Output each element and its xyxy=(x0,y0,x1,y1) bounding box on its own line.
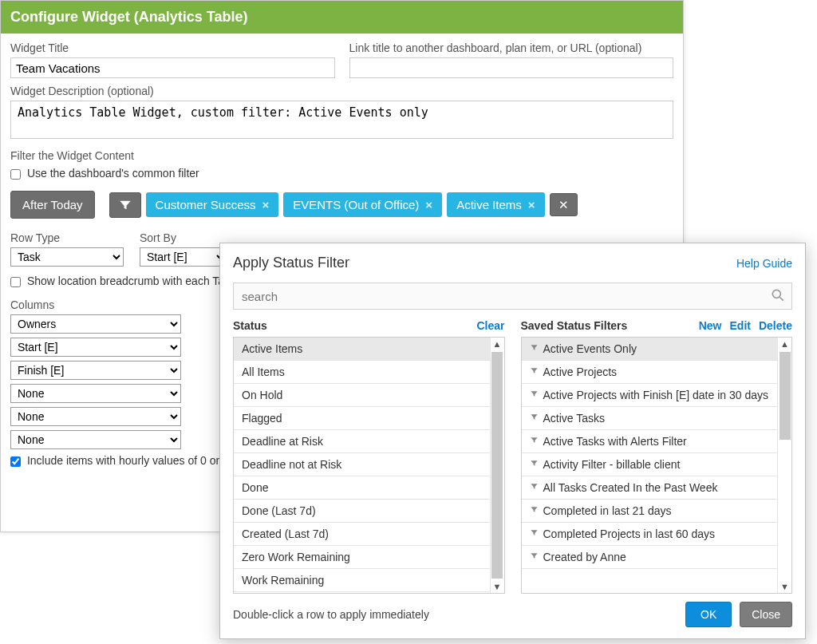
breadcrumb-label: Show location breadcrumb with each Tas xyxy=(27,275,230,287)
scroll-down-icon[interactable]: ▼ xyxy=(493,580,502,593)
scroll-down-icon[interactable]: ▼ xyxy=(780,580,789,593)
saved-filters-header: Saved Status Filters xyxy=(521,319,628,332)
scroll-up-icon[interactable]: ▲ xyxy=(493,338,502,350)
breadcrumb-checkbox[interactable] xyxy=(10,277,21,287)
column-select[interactable]: None xyxy=(10,430,181,449)
funnel-icon xyxy=(530,343,539,354)
description-textarea[interactable] xyxy=(10,101,673,139)
status-item[interactable]: Done (Last 7d) xyxy=(234,500,490,523)
saved-filter-item[interactable]: Active Events Only xyxy=(522,338,778,361)
modal-hint: Double-click a row to apply immediately xyxy=(233,608,429,621)
status-item[interactable]: Has Dependencies xyxy=(234,592,490,593)
search-input[interactable] xyxy=(233,282,792,310)
saved-filter-item[interactable]: Active Tasks with Alerts Filter xyxy=(522,430,778,453)
svg-line-1 xyxy=(780,298,783,301)
saved-filter-label: Active Tasks xyxy=(543,412,606,425)
remove-chip-button[interactable]: ✕ xyxy=(550,193,578,216)
status-item[interactable]: Work Remaining xyxy=(234,569,490,592)
filter-chip[interactable]: Customer Success× xyxy=(146,192,279,217)
funnel-icon xyxy=(118,198,132,212)
panel-title: Configure Widget (Analytics Table) xyxy=(1,1,683,34)
column-select[interactable]: None xyxy=(10,384,181,403)
svg-point-0 xyxy=(772,290,780,298)
apply-status-filter-modal: Apply Status Filter Help Guide Status Cl… xyxy=(219,243,806,639)
search-icon[interactable] xyxy=(770,287,786,306)
link-title-label: Link title to another dashboard, plan it… xyxy=(349,41,674,54)
funnel-icon xyxy=(530,482,539,493)
funnel-icon xyxy=(530,389,539,401)
status-item[interactable]: Deadline at Risk xyxy=(234,430,490,453)
status-scrollbar[interactable]: ▲ ▼ xyxy=(490,338,504,593)
funnel-icon xyxy=(530,366,539,377)
saved-filter-label: Active Tasks with Alerts Filter xyxy=(543,435,687,448)
saved-filter-item[interactable]: Active Tasks xyxy=(522,407,778,430)
saved-filter-label: Completed Projects in last 60 days xyxy=(543,527,716,540)
ok-button[interactable]: OK xyxy=(685,602,732,627)
status-item[interactable]: Done xyxy=(234,476,490,500)
chip-label: Customer Success xyxy=(156,198,256,211)
clear-link[interactable]: Clear xyxy=(476,319,504,332)
funnel-icon xyxy=(530,436,539,447)
column-select[interactable]: Start [E] xyxy=(10,338,181,357)
column-select[interactable]: None xyxy=(10,407,181,426)
new-link[interactable]: New xyxy=(699,319,722,332)
description-label: Widget Description (optional) xyxy=(10,85,673,97)
scroll-thumb[interactable] xyxy=(491,352,503,579)
filter-chip[interactable]: Active Items× xyxy=(447,192,544,217)
row-type-label: Row Type xyxy=(10,231,124,244)
modal-title: Apply Status Filter xyxy=(233,255,349,271)
column-select[interactable]: Finish [E] xyxy=(10,361,181,380)
chip-remove-icon[interactable]: × xyxy=(262,198,269,211)
widget-title-label: Widget Title xyxy=(10,41,335,54)
funnel-icon xyxy=(530,505,539,516)
status-item[interactable]: Active Items xyxy=(234,338,490,361)
saved-filter-item[interactable]: Created by Anne xyxy=(522,546,778,569)
saved-filter-item[interactable]: Activity Filter - billable client xyxy=(522,453,778,476)
chip-remove-icon[interactable]: × xyxy=(425,198,432,211)
sort-by-label: Sort By xyxy=(140,231,227,244)
status-listbox: Active ItemsAll ItemsOn HoldFlaggedDeadl… xyxy=(233,337,505,594)
saved-scrollbar[interactable]: ▲ ▼ xyxy=(777,338,791,593)
saved-filter-label: Created by Anne xyxy=(543,551,626,563)
saved-filter-label: Active Events Only xyxy=(543,342,637,355)
include-hourly-label: Include items with hourly values of 0 or… xyxy=(27,454,229,467)
saved-filter-item[interactable]: Completed in last 21 days xyxy=(522,500,778,523)
status-item[interactable]: Flagged xyxy=(234,407,490,430)
help-guide-link[interactable]: Help Guide xyxy=(736,257,792,270)
filter-chip[interactable]: EVENTS (Out of Office)× xyxy=(283,192,442,217)
column-select[interactable]: Owners xyxy=(10,314,181,334)
status-item[interactable]: Deadline not at Risk xyxy=(234,453,490,476)
status-item[interactable]: All Items xyxy=(234,361,490,384)
saved-filter-item[interactable]: Completed Projects in last 60 days xyxy=(522,523,778,546)
chip-remove-icon[interactable]: × xyxy=(528,198,535,211)
filter-chips: Customer Success×EVENTS (Out of Office)×… xyxy=(146,192,545,217)
widget-title-input[interactable] xyxy=(10,57,335,78)
sort-by-select[interactable]: Start [E] xyxy=(140,247,227,267)
filter-icon-button[interactable] xyxy=(109,192,141,218)
funnel-icon xyxy=(530,413,539,424)
saved-filter-item[interactable]: Active Projects with Finish [E] date in … xyxy=(522,384,778,407)
use-common-filter-checkbox[interactable] xyxy=(10,169,21,180)
saved-filter-label: Active Projects with Finish [E] date in … xyxy=(543,389,768,401)
status-item[interactable]: Created (Last 7d) xyxy=(234,523,490,546)
scroll-up-icon[interactable]: ▲ xyxy=(780,338,789,350)
include-hourly-checkbox[interactable] xyxy=(10,456,21,467)
saved-filter-label: Completed in last 21 days xyxy=(543,504,672,517)
link-title-input[interactable] xyxy=(349,57,674,78)
funnel-icon xyxy=(530,551,539,563)
use-common-filter-label: Use the dashboard's common filter xyxy=(27,167,199,180)
filter-section-label: Filter the Widget Content xyxy=(10,149,673,162)
status-item[interactable]: On Hold xyxy=(234,384,490,407)
saved-filter-item[interactable]: Active Projects xyxy=(522,361,778,384)
edit-link[interactable]: Edit xyxy=(730,319,751,332)
saved-filter-item[interactable]: All Tasks Created In the Past Week xyxy=(522,476,778,500)
status-item[interactable]: Zero Work Remaining xyxy=(234,546,490,569)
close-button[interactable]: Close xyxy=(740,602,792,627)
after-today-button[interactable]: After Today xyxy=(10,191,95,219)
saved-filter-label: Active Projects xyxy=(543,365,618,378)
funnel-icon xyxy=(530,459,539,470)
delete-link[interactable]: Delete xyxy=(759,319,792,332)
saved-filters-listbox: Active Events OnlyActive ProjectsActive … xyxy=(521,337,793,594)
row-type-select[interactable]: Task xyxy=(10,247,124,267)
scroll-thumb[interactable] xyxy=(780,352,791,440)
